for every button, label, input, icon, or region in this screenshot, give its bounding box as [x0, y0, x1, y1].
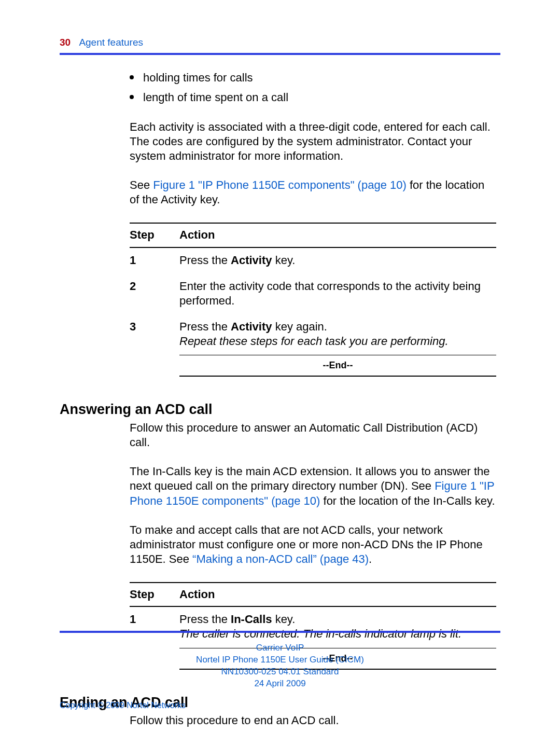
step-number: 2	[130, 279, 179, 308]
step-number: 1	[130, 253, 179, 268]
step-number: 3	[130, 320, 179, 349]
col-header-action: Action	[179, 228, 496, 242]
body-paragraph: Follow this procedure to answer an Autom…	[130, 421, 496, 450]
footer-line: Carrier VoIP	[60, 642, 500, 654]
col-header-step: Step	[130, 228, 179, 242]
text-run: .	[369, 552, 372, 565]
body-paragraph: See Figure 1 "IP Phone 1150E components"…	[130, 178, 496, 207]
col-header-action: Action	[179, 587, 496, 602]
bullet-icon	[130, 75, 134, 79]
text-run: for the location of the In-Calls key.	[320, 494, 495, 507]
section-heading: Answering an ACD call	[60, 400, 500, 419]
bullet-list: holding times for calls length of time s…	[130, 71, 500, 105]
bullet-text: length of time spent on a call	[143, 90, 288, 105]
col-header-step: Step	[130, 587, 179, 602]
body-paragraph: Follow this procedure to end an ACD call…	[130, 713, 496, 728]
text-run: See	[130, 178, 153, 191]
body-paragraph: Each activity is associated with a three…	[130, 120, 496, 163]
bullet-icon	[130, 95, 134, 99]
table-row: 2Enter the activity code that correspond…	[130, 274, 496, 314]
table-row: 1Press the Activity key.	[130, 248, 496, 274]
end-marker: --End--	[179, 355, 496, 376]
step-table: Step Action 1Press the Activity key.2Ent…	[130, 223, 496, 377]
list-item: holding times for calls	[130, 71, 500, 85]
copyright-text: Copyright © 2009 Nortel Networks	[60, 700, 500, 711]
step-action: Press the Activity key.	[179, 253, 496, 268]
footer-line: NN10300-025 04.01 Standard	[60, 666, 500, 678]
running-head: 30 Agent features	[60, 36, 500, 49]
section-name: Agent features	[79, 37, 143, 48]
body-paragraph: The In-Calls key is the main ACD extensi…	[130, 464, 496, 508]
page-number: 30	[60, 37, 71, 48]
figure-link[interactable]: Figure 1 "IP Phone 1150E components" (pa…	[153, 178, 407, 191]
step-action: Press the Activity key again.Repeat thes…	[179, 320, 496, 349]
page-link[interactable]: “Making a non-ACD call” (page 43)	[192, 552, 369, 565]
footer-line: 24 April 2009	[60, 678, 500, 690]
bullet-text: holding times for calls	[143, 71, 253, 85]
footer-line: Nortel IP Phone 1150E User Guide (CICM)	[60, 654, 500, 666]
header-rule	[60, 53, 500, 55]
step-action: Enter the activity code that corresponds…	[179, 279, 496, 308]
table-row: 3Press the Activity key again.Repeat the…	[130, 314, 496, 355]
list-item: length of time spent on a call	[130, 90, 500, 105]
body-paragraph: To make and accept calls that are not AC…	[130, 523, 496, 566]
page-footer: Carrier VoIP Nortel IP Phone 1150E User …	[60, 631, 500, 711]
step-note: Repeat these steps for each task you are…	[179, 335, 449, 348]
footer-rule	[60, 631, 500, 633]
